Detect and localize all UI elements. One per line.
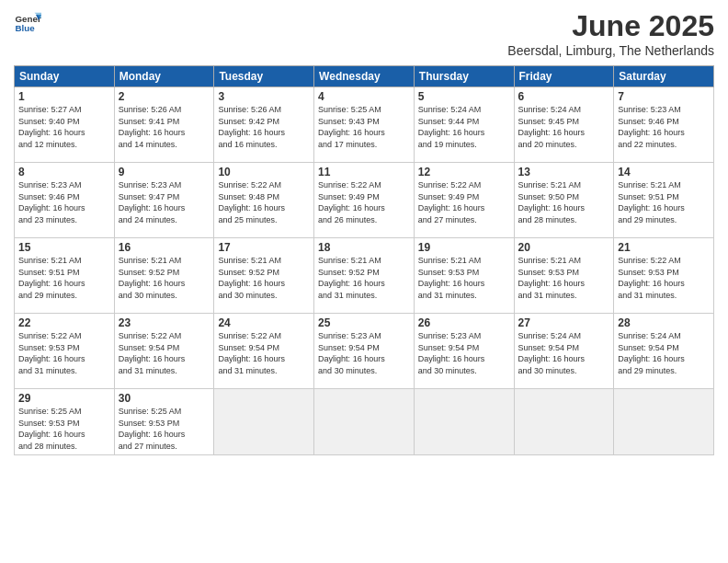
weekday-header-row: Sunday Monday Tuesday Wednesday Thursday… bbox=[15, 66, 714, 87]
table-row bbox=[614, 389, 714, 455]
table-row: 2Sunrise: 5:26 AMSunset: 9:41 PMDaylight… bbox=[114, 87, 214, 163]
logo: General Blue bbox=[14, 9, 41, 37]
calendar-week-row: 15Sunrise: 5:21 AMSunset: 9:51 PMDayligh… bbox=[15, 238, 714, 314]
location: Beersdal, Limburg, The Netherlands bbox=[507, 43, 714, 58]
col-saturday: Saturday bbox=[614, 66, 714, 87]
col-wednesday: Wednesday bbox=[314, 66, 415, 87]
col-tuesday: Tuesday bbox=[214, 66, 314, 87]
calendar-week-row: 1Sunrise: 5:27 AMSunset: 9:40 PMDaylight… bbox=[15, 87, 714, 163]
table-row: 8Sunrise: 5:23 AMSunset: 9:46 PMDaylight… bbox=[15, 163, 115, 238]
table-row: 26Sunrise: 5:23 AMSunset: 9:54 PMDayligh… bbox=[414, 314, 514, 389]
calendar-week-row: 8Sunrise: 5:23 AMSunset: 9:46 PMDaylight… bbox=[15, 163, 714, 238]
col-sunday: Sunday bbox=[15, 66, 115, 87]
month-title: June 2025 bbox=[507, 9, 714, 43]
table-row: 17Sunrise: 5:21 AMSunset: 9:52 PMDayligh… bbox=[214, 238, 314, 314]
table-row bbox=[314, 389, 415, 455]
logo-icon: General Blue bbox=[14, 9, 41, 37]
table-row: 10Sunrise: 5:22 AMSunset: 9:48 PMDayligh… bbox=[214, 163, 314, 238]
table-row: 4Sunrise: 5:25 AMSunset: 9:43 PMDaylight… bbox=[314, 87, 415, 163]
table-row: 24Sunrise: 5:22 AMSunset: 9:54 PMDayligh… bbox=[214, 314, 314, 389]
col-thursday: Thursday bbox=[414, 66, 514, 87]
header: General Blue June 2025 Beersdal, Limburg… bbox=[14, 9, 714, 58]
table-row: 27Sunrise: 5:24 AMSunset: 9:54 PMDayligh… bbox=[514, 314, 614, 389]
table-row: 18Sunrise: 5:21 AMSunset: 9:52 PMDayligh… bbox=[314, 238, 415, 314]
table-row: 15Sunrise: 5:21 AMSunset: 9:51 PMDayligh… bbox=[15, 238, 115, 314]
table-row: 23Sunrise: 5:22 AMSunset: 9:54 PMDayligh… bbox=[114, 314, 214, 389]
table-row: 20Sunrise: 5:21 AMSunset: 9:53 PMDayligh… bbox=[514, 238, 614, 314]
table-row: 1Sunrise: 5:27 AMSunset: 9:40 PMDaylight… bbox=[15, 87, 115, 163]
table-row: 6Sunrise: 5:24 AMSunset: 9:45 PMDaylight… bbox=[514, 87, 614, 163]
calendar-week-row: 22Sunrise: 5:22 AMSunset: 9:53 PMDayligh… bbox=[15, 314, 714, 389]
table-row: 30Sunrise: 5:25 AMSunset: 9:53 PMDayligh… bbox=[114, 389, 214, 455]
table-row: 14Sunrise: 5:21 AMSunset: 9:51 PMDayligh… bbox=[614, 163, 714, 238]
table-row: 21Sunrise: 5:22 AMSunset: 9:53 PMDayligh… bbox=[614, 238, 714, 314]
table-row: 5Sunrise: 5:24 AMSunset: 9:44 PMDaylight… bbox=[414, 87, 514, 163]
table-row: 7Sunrise: 5:23 AMSunset: 9:46 PMDaylight… bbox=[614, 87, 714, 163]
calendar: Sunday Monday Tuesday Wednesday Thursday… bbox=[14, 65, 714, 455]
table-row: 25Sunrise: 5:23 AMSunset: 9:54 PMDayligh… bbox=[314, 314, 415, 389]
table-row: 16Sunrise: 5:21 AMSunset: 9:52 PMDayligh… bbox=[114, 238, 214, 314]
table-row: 22Sunrise: 5:22 AMSunset: 9:53 PMDayligh… bbox=[15, 314, 115, 389]
table-row: 3Sunrise: 5:26 AMSunset: 9:42 PMDaylight… bbox=[214, 87, 314, 163]
title-block: June 2025 Beersdal, Limburg, The Netherl… bbox=[507, 9, 714, 58]
col-friday: Friday bbox=[514, 66, 614, 87]
table-row: 11Sunrise: 5:22 AMSunset: 9:49 PMDayligh… bbox=[314, 163, 415, 238]
table-row: 9Sunrise: 5:23 AMSunset: 9:47 PMDaylight… bbox=[114, 163, 214, 238]
table-row bbox=[414, 389, 514, 455]
table-row bbox=[214, 389, 314, 455]
col-monday: Monday bbox=[114, 66, 214, 87]
table-row: 29Sunrise: 5:25 AMSunset: 9:53 PMDayligh… bbox=[15, 389, 115, 455]
table-row: 13Sunrise: 5:21 AMSunset: 9:50 PMDayligh… bbox=[514, 163, 614, 238]
calendar-week-row: 29Sunrise: 5:25 AMSunset: 9:53 PMDayligh… bbox=[15, 389, 714, 455]
table-row: 28Sunrise: 5:24 AMSunset: 9:54 PMDayligh… bbox=[614, 314, 714, 389]
svg-text:Blue: Blue bbox=[16, 23, 36, 33]
table-row bbox=[514, 389, 614, 455]
table-row: 12Sunrise: 5:22 AMSunset: 9:49 PMDayligh… bbox=[414, 163, 514, 238]
table-row: 19Sunrise: 5:21 AMSunset: 9:53 PMDayligh… bbox=[414, 238, 514, 314]
